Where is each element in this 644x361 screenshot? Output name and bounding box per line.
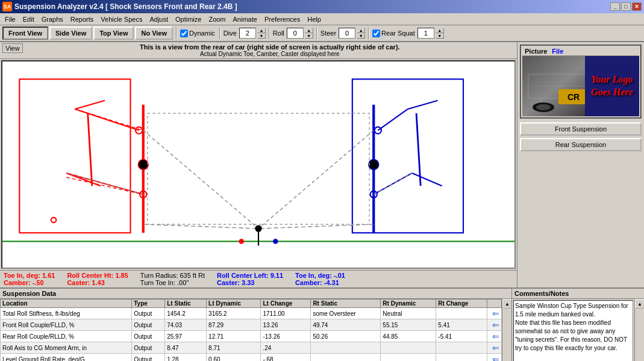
menu-preferences[interactable]: Preferences <box>261 15 304 24</box>
roll-up[interactable]: ▲ <box>305 28 313 33</box>
svg-point-35 <box>273 239 278 244</box>
steer-spinner[interactable]: ▲ ▼ <box>357 28 365 39</box>
toolbar: Front View Side View Top View No View Dy… <box>0 25 644 42</box>
table-cell: Output <box>132 354 165 362</box>
turn-radius: Turn Radius: 635 ft Rt <box>140 272 205 279</box>
table-cell: 1711.00 <box>261 308 311 319</box>
table-cell: Total Roll Stiffness, ft-lbs/deg <box>1 308 132 319</box>
col-rt-static: Rt Static <box>311 300 381 308</box>
window-controls: _ □ ✕ <box>610 2 642 11</box>
svg-point-23 <box>369 160 379 170</box>
caster-right: Caster: 3.33 <box>217 279 283 286</box>
comments-textarea[interactable] <box>513 300 633 361</box>
separator-1 <box>176 27 177 39</box>
comments-header: Comments/Notes <box>512 289 644 299</box>
roll-input[interactable] <box>287 28 304 39</box>
table-cell: 12.71 <box>207 331 261 342</box>
table-cell: 8.47 <box>165 342 207 354</box>
comments-section: Comments/Notes ▲ ▼ <box>511 289 644 361</box>
menu-reports[interactable]: Reports <box>67 15 98 24</box>
diagram-area[interactable] <box>1 60 516 269</box>
dive-spinner[interactable]: ▲ ▼ <box>257 28 266 39</box>
steer-input[interactable] <box>339 28 355 39</box>
roll-spinner[interactable]: ▲ ▼ <box>305 28 313 39</box>
table-cell: 5.41 <box>436 319 487 331</box>
roll-label: Roll <box>273 30 284 37</box>
status-center-left: Roll Center Ht: 1.85 Caster: 1.43 <box>67 272 128 286</box>
rear-suspension-button[interactable]: Rear Suspension <box>520 138 642 151</box>
data-table-body: Total Roll Stiffness, ft-lbs/degOutput14… <box>1 308 502 362</box>
app-icon: SA <box>2 2 12 11</box>
scroll-track[interactable] <box>502 309 511 361</box>
picture-file-label: File <box>552 48 563 55</box>
menu-vehicle-specs[interactable]: Vehicle Specs <box>97 15 146 24</box>
table-cell: 0.60 <box>207 354 261 362</box>
car-photo-svg: CR <box>522 56 595 116</box>
right-camber: Camber: -4.31 <box>295 279 345 286</box>
table-cell: 25.97 <box>165 331 207 342</box>
table-cell: Rear Roll Couple/RLLD, % <box>1 331 132 342</box>
table-cell: 44.85 <box>381 331 436 342</box>
arrow-cell: ⇐ <box>487 342 502 354</box>
arrow-cell: ⇐ <box>487 331 502 342</box>
col-location: Location <box>1 300 132 308</box>
side-view-button[interactable]: Side View <box>49 27 92 40</box>
menu-animate[interactable]: Animate <box>230 15 261 24</box>
comments-scroll-track[interactable] <box>635 309 644 361</box>
arrow-cell: ⇐ <box>487 319 502 331</box>
svg-point-34 <box>239 239 244 244</box>
table-cell <box>381 354 436 362</box>
status-bar: Toe In, deg: 1.61 Camber: -.50 Roll Cent… <box>0 270 517 287</box>
rear-squat-checkbox[interactable] <box>372 30 380 37</box>
menu-help[interactable]: Help <box>304 15 325 24</box>
col-rt-dynamic: Rt Dynamic <box>381 300 436 308</box>
top-view-button[interactable]: Top View <box>93 27 134 40</box>
dynamic-checkbox[interactable] <box>180 30 188 37</box>
comments-scroll-up[interactable]: ▲ <box>635 299 644 309</box>
front-suspension-button[interactable]: Front Suspension <box>520 122 642 136</box>
roll-center-left: Roll Center Left: 9.11 <box>217 272 283 279</box>
table-cell: Front Roll Couple/FLLD, % <box>1 319 132 331</box>
table-row: Roll Axis to CG Moment Arm, inOutput8.47… <box>1 342 502 354</box>
arrow-cell: ⇐ <box>487 308 502 319</box>
table-cell <box>311 342 381 354</box>
left-toe: Toe In, deg: 1.61 <box>4 272 55 279</box>
dive-up[interactable]: ▲ <box>257 28 266 33</box>
rear-squat-down[interactable]: ▼ <box>436 33 444 39</box>
table-cell: 55.15 <box>381 319 436 331</box>
separator-5 <box>368 27 369 39</box>
title-bar: SA Suspension Analyzer v2.4 [ Shock Sens… <box>0 0 644 13</box>
rear-squat-spinner[interactable]: ▲ ▼ <box>436 28 444 39</box>
steer-down[interactable]: ▼ <box>357 33 365 39</box>
suspension-diagram <box>2 61 514 268</box>
roll-down[interactable]: ▼ <box>305 33 313 39</box>
table-cell: .24 <box>261 342 311 354</box>
menu-adjust[interactable]: Adjust <box>146 15 172 24</box>
menu-optimize[interactable]: Optimize <box>172 15 205 24</box>
dive-input[interactable] <box>239 28 256 39</box>
table-cell: 74.03 <box>165 319 207 331</box>
maximize-button[interactable]: □ <box>621 2 631 11</box>
close-button[interactable]: ✕ <box>632 2 642 11</box>
table-cell: 3165.2 <box>207 308 261 319</box>
view-title: This is a view from the rear of car (rig… <box>25 43 514 51</box>
data-table-container[interactable]: Location Type Lt Static Lt Dynamic Lt Ch… <box>0 299 511 361</box>
front-view-button[interactable]: Front View <box>2 27 48 40</box>
vertical-scrollbar[interactable]: ▲ ▼ <box>502 299 511 361</box>
menu-edit[interactable]: Edit <box>19 15 38 24</box>
roll-center-ht: Roll Center Ht: 1.85 <box>67 272 128 279</box>
dive-down[interactable]: ▼ <box>257 33 266 39</box>
menu-zoom[interactable]: Zoom <box>205 15 229 24</box>
left-camber: Camber: -.50 <box>4 279 55 286</box>
table-cell: 8.71 <box>207 342 261 354</box>
no-view-button[interactable]: No View <box>135 27 173 40</box>
rear-squat-up[interactable]: ▲ <box>436 28 444 33</box>
view-panel: View This is a view from the rear of car… <box>0 42 517 287</box>
steer-up[interactable]: ▲ <box>357 28 365 33</box>
table-cell: Output <box>132 331 165 342</box>
menu-graphs[interactable]: Graphs <box>38 15 67 24</box>
scroll-up-button[interactable]: ▲ <box>502 299 511 309</box>
menu-file[interactable]: File <box>1 15 19 24</box>
rear-squat-input[interactable] <box>417 28 434 39</box>
minimize-button[interactable]: _ <box>610 2 620 11</box>
